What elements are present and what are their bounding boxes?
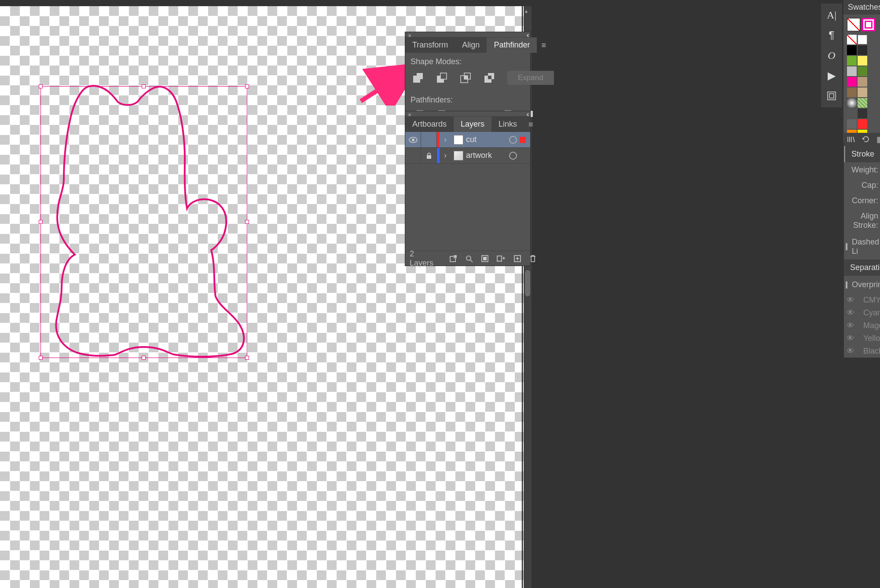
swatch[interactable]	[858, 109, 867, 118]
swatch[interactable]	[847, 109, 857, 118]
paragraph-panel-icon[interactable]: ¶	[825, 29, 838, 41]
eye-icon[interactable]: 👁	[847, 308, 854, 318]
swatch[interactable]	[858, 119, 867, 129]
bbox-handle-mr[interactable]	[245, 220, 249, 224]
tab-pathfinder[interactable]: Pathfinder	[487, 37, 537, 53]
tab-layers[interactable]: Layers	[454, 117, 491, 132]
corner-label: Corner:	[844, 193, 880, 208]
overprint-checkbox[interactable]: Overprint	[844, 276, 880, 294]
panel-menu-icon[interactable]: ≡	[524, 117, 538, 132]
collapse-icon[interactable]: ‹‹	[526, 31, 528, 39]
bbox-handle-ml[interactable]	[39, 220, 43, 224]
swatch[interactable]	[858, 56, 867, 66]
artboards-panel-icon[interactable]	[825, 90, 838, 102]
scroll-up-icon[interactable]: ▴	[525, 8, 528, 14]
library-icon[interactable]	[847, 135, 855, 144]
layer-row-artwork[interactable]: › artwork	[405, 148, 530, 164]
visibility-toggle[interactable]	[405, 132, 421, 147]
swatch[interactable]	[847, 66, 857, 76]
disclosure-icon[interactable]: ›	[440, 148, 451, 163]
swatch[interactable]	[847, 88, 857, 97]
ink-label: Cyan	[863, 308, 880, 318]
canvas-vscrollbar-thumb[interactable]	[525, 270, 530, 296]
stroke-swatch[interactable]	[862, 18, 875, 31]
new-layer-icon[interactable]	[513, 254, 521, 263]
collapse-icon[interactable]: ‹‹	[526, 110, 528, 118]
lock-toggle[interactable]	[421, 132, 437, 147]
layer-name-label[interactable]: artwork	[466, 151, 509, 160]
bbox-handle-tr[interactable]	[245, 84, 249, 88]
opentype-panel-icon[interactable]: O	[825, 49, 838, 62]
expand-button[interactable]: Expand	[507, 71, 554, 85]
refresh-icon[interactable]	[862, 135, 870, 144]
visibility-toggle[interactable]	[405, 148, 421, 163]
layers-tabbar: Artboards Layers Links ≡	[405, 117, 530, 132]
intersect-button[interactable]	[460, 71, 471, 84]
swatch[interactable]	[847, 77, 857, 87]
ink-row-magenta[interactable]: 👁Mage	[844, 319, 880, 332]
disclosure-icon[interactable]: ›	[440, 132, 451, 147]
selection-indicator[interactable]	[520, 137, 526, 143]
stroke-title: Stroke	[844, 146, 880, 162]
delete-icon[interactable]	[529, 254, 536, 263]
character-panel-icon[interactable]: A|	[825, 9, 838, 21]
dashed-line-checkbox[interactable]: Dashed Li	[844, 233, 880, 260]
swatch[interactable]	[858, 45, 867, 55]
bbox-handle-bl[interactable]	[39, 356, 43, 360]
swatch[interactable]	[858, 77, 867, 87]
swatch-pattern[interactable]	[858, 98, 867, 108]
checkbox-icon[interactable]	[846, 281, 847, 289]
swatch[interactable]	[858, 66, 867, 76]
fill-none-swatch[interactable]	[847, 18, 860, 31]
eye-icon[interactable]: 👁	[847, 321, 854, 330]
layers-titlebar[interactable]: × ‹‹	[405, 111, 530, 117]
close-icon[interactable]: ×	[408, 111, 411, 118]
tab-links[interactable]: Links	[491, 117, 524, 132]
selection-indicator[interactable]	[520, 153, 526, 159]
tab-align[interactable]: Align	[455, 37, 487, 53]
swatch-pattern[interactable]	[847, 98, 857, 108]
swatch-none[interactable]	[847, 35, 857, 44]
checkbox-icon[interactable]	[846, 243, 847, 250]
tab-transform[interactable]: Transform	[405, 37, 455, 53]
svg-rect-30	[497, 256, 502, 261]
new-sublayer-icon[interactable]	[497, 254, 506, 263]
selection-bounding-box[interactable]	[40, 86, 247, 358]
swatch[interactable]	[858, 88, 867, 97]
panel-menu-icon[interactable]: ≡	[537, 37, 550, 53]
target-icon[interactable]	[509, 136, 517, 144]
bbox-handle-tl[interactable]	[39, 84, 43, 88]
bbox-handle-tc[interactable]	[142, 84, 146, 88]
export-icon[interactable]	[449, 254, 457, 263]
locate-icon[interactable]	[465, 254, 473, 263]
tab-artboards[interactable]: Artboards	[405, 117, 454, 132]
swatch[interactable]	[847, 56, 857, 66]
panel-titlebar[interactable]: × ‹‹	[405, 32, 530, 37]
minus-front-button[interactable]	[436, 71, 447, 84]
swatch-folder[interactable]	[847, 119, 857, 129]
bbox-handle-bc[interactable]	[142, 356, 146, 360]
swatch[interactable]	[847, 45, 857, 55]
exclude-button[interactable]	[484, 71, 495, 84]
clip-mask-icon[interactable]	[481, 254, 489, 263]
unite-button[interactable]	[412, 71, 424, 84]
ink-row-black[interactable]: 👁Black	[844, 345, 880, 358]
svg-rect-29	[483, 257, 487, 260]
swatch[interactable]	[858, 35, 867, 44]
close-icon[interactable]: ×	[408, 32, 411, 39]
svg-rect-4	[440, 73, 447, 79]
ink-row-cyan[interactable]: 👁Cyan	[844, 307, 880, 319]
target-icon[interactable]	[509, 152, 517, 160]
eye-icon[interactable]: 👁	[847, 334, 854, 343]
eye-icon[interactable]: 👁	[847, 347, 854, 356]
bbox-handle-br[interactable]	[245, 356, 249, 360]
ink-row-cmyk[interactable]: 👁CMYK	[844, 294, 880, 307]
separations-panel: Separations Overprint 👁CMYK 👁Cyan 👁Mage …	[844, 259, 880, 358]
grid-icon[interactable]: ▦	[876, 135, 880, 144]
eye-icon[interactable]: 👁	[847, 296, 854, 305]
layer-name-label[interactable]: cut	[466, 135, 509, 144]
layer-row-cut[interactable]: › cut	[405, 132, 530, 148]
actions-panel-icon[interactable]: ▶	[825, 69, 838, 82]
lock-toggle[interactable]	[421, 148, 437, 163]
ink-row-yellow[interactable]: 👁Yello	[844, 332, 880, 345]
